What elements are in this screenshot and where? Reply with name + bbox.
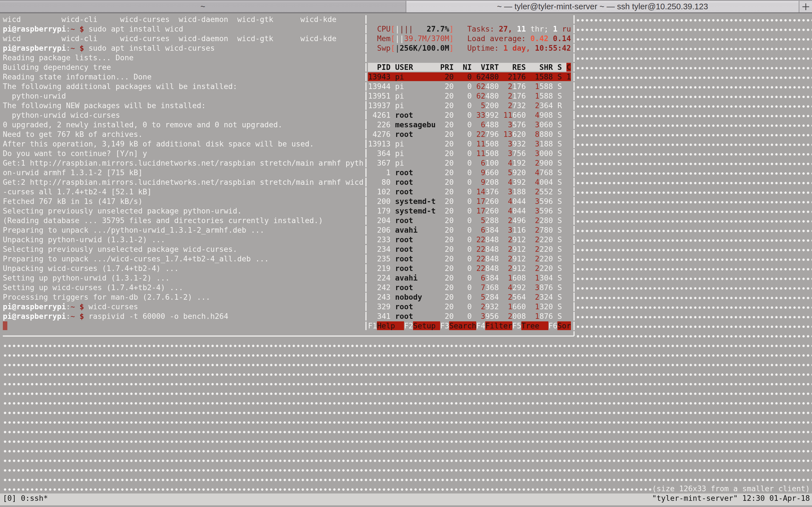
terminal-screen[interactable]: wicd wicd-cli wicd-curses wicd-daemon wi… <box>3 15 812 494</box>
terminal-row <box>3 455 812 465</box>
terminal-row: Selecting previously unselected package … <box>3 206 812 216</box>
terminal-row: Get:1 http://raspbian.mirrors.lucidnetwo… <box>3 158 812 168</box>
terminal-row <box>3 398 812 407</box>
terminal-row: Setting up wicd-curses (1.7.4+tb2-4) ...… <box>3 283 812 292</box>
terminal-row <box>3 379 812 388</box>
htop-sort-column-header[interactable]: C <box>566 63 571 71</box>
htop-fkey-f3[interactable]: F3 <box>440 321 449 330</box>
terminal-row <box>3 436 812 446</box>
tab-ssh-title: ~ — tyler@tyler-mint-server ~ — ssh tyle… <box>497 2 708 11</box>
terminal-row: Get:2 http://raspbian.mirrors.lucidnetwo… <box>3 177 812 187</box>
terminal-row <box>3 369 812 379</box>
terminal-row <box>3 427 812 436</box>
terminal-row: python-urwid wicd-curses 4261 root 20 0 … <box>3 110 812 120</box>
plus-icon <box>802 3 810 11</box>
htop-fkey-f2[interactable]: F2 <box>404 321 413 330</box>
terminal-row: pi@raspberrypi:~ $ sudo apt install wicd… <box>3 24 812 34</box>
htop-selected-row[interactable]: 13943 pi 20 0 62480 2176 1588 S 1 <box>368 72 571 81</box>
terminal-row: on-urwid armhf 1.3.1-2 [715 kB] 1 root 2… <box>3 168 812 177</box>
terminal-row: (size 126x33 from a smaller client) <box>3 484 812 494</box>
status-host-clock: "tyler-mint-server" 12:30 01-Apr-18 <box>652 494 810 503</box>
terminal-row: wicd wicd-cli wicd-curses wicd-daemon wi… <box>3 34 812 43</box>
terminal-row <box>3 465 812 474</box>
htop-fkey-f4[interactable]: F4 <box>476 321 485 330</box>
terminal-row: The following additional packages will b… <box>3 82 812 91</box>
htop-fkey-f6[interactable]: F6 <box>548 321 557 330</box>
terminal-cursor <box>3 322 7 330</box>
htop-fkey-label-f4[interactable]: Filter <box>485 321 512 330</box>
terminal-row: Need to get 767 kB of archives. 4276 roo… <box>3 129 812 139</box>
terminal-row: Building dependency tree PID USER PRI NI… <box>3 62 812 72</box>
htop-table-header[interactable]: PID USER PRI NI VIRT RES SHR S <box>368 63 566 71</box>
htop-fkey-f5[interactable]: F5 <box>512 321 521 330</box>
terminal-row: Unpacking python-urwid (1.3.1-2) ... 233… <box>3 235 812 244</box>
terminal-row <box>3 388 812 398</box>
terminal-row: wicd wicd-cli wicd-curses wicd-daemon wi… <box>3 15 812 24</box>
htop-fkey-label-f2[interactable]: Setup <box>413 321 440 330</box>
htop-fkey-label-f5[interactable]: Tree <box>521 321 548 330</box>
status-bar-spacer <box>48 494 652 503</box>
terminal-row <box>3 407 812 417</box>
terminal-row <box>3 340 812 350</box>
terminal-row: The following NEW packages will be insta… <box>3 101 812 110</box>
terminal-row: After this operation, 3,149 kB of additi… <box>3 139 812 149</box>
terminal-row: pi@raspberrypi:~ $ raspivid -t 60000 -o … <box>3 312 812 321</box>
tmux-status-bar: [0] 0:ssh* "tyler-mint-server" 12:30 01-… <box>0 494 812 505</box>
htop-fkey-label-f3[interactable]: Search <box>449 321 476 330</box>
terminal-row: python-urwid 13951 pi 20 0 62480 2176 15… <box>3 91 812 101</box>
terminal-row <box>3 474 812 484</box>
htop-fkey-f1[interactable]: F1 <box>368 321 377 330</box>
terminal-row: Preparing to unpack .../wicd-curses_1.7.… <box>3 254 812 264</box>
terminal-row: Selecting previously unselected package … <box>3 244 812 254</box>
htop-fkey-label-f6[interactable]: Sor <box>557 321 571 330</box>
tab-ssh-session[interactable]: ~ — tyler@tyler-mint-server ~ — ssh tyle… <box>406 1 799 12</box>
htop-fkey-label-f1[interactable]: Help <box>377 321 404 330</box>
terminal-row: Fetched 767 kB in 1s (417 kB/s) 200 syst… <box>3 196 812 206</box>
terminal-row: Preparing to unpack .../python-urwid_1.3… <box>3 225 812 235</box>
terminal-row <box>3 350 812 359</box>
terminal-row: -curses all 1.7.4+tb2-4 [52.1 kB] 102 ro… <box>3 187 812 196</box>
terminal-row: pi@raspberrypi:~ $ wicd-curses 329 root … <box>3 302 812 312</box>
terminal-row <box>3 331 812 340</box>
terminal-row: F1Help F2Setup F3SearchF4FilterF5Tree F6… <box>3 321 812 331</box>
terminal-row: Setting up python-urwid (1.3.1-2) ... 22… <box>3 273 812 283</box>
tab-bar-bottom-border <box>0 12 812 13</box>
terminal-row <box>3 359 812 369</box>
tab-home[interactable]: ~ <box>0 1 406 12</box>
status-session-window[interactable]: [0] 0:ssh* <box>3 494 48 503</box>
terminal-row: Unpacking wicd-curses (1.7.4+tb2-4) ... … <box>3 264 812 273</box>
terminal-row: Reading state information... Done 13943 … <box>3 72 812 82</box>
smaller-client-size-notice: (size 126x33 from a smaller client) <box>652 484 812 493</box>
new-tab-button[interactable] <box>799 1 812 12</box>
terminal-row: Processing triggers for man-db (2.7.6.1-… <box>3 292 812 302</box>
terminal-row <box>3 446 812 455</box>
terminal-row: pi@raspberrypi:~ $ sudo apt install wicd… <box>3 43 812 53</box>
terminal-row <box>3 417 812 427</box>
status-bar-text: [0] 0:ssh* "tyler-mint-server" 12:30 01-… <box>3 494 810 503</box>
terminal-row: (Reading database ... 35795 files and di… <box>3 216 812 225</box>
terminal-row: Do you want to continue? [Y/n] y 364 pi … <box>3 149 812 158</box>
terminal-row: Reading package lists... Done <box>3 53 812 62</box>
tab-home-title: ~ <box>200 2 205 11</box>
terminal-row: 0 upgraded, 2 newly installed, 0 to remo… <box>3 120 812 129</box>
tab-bar: ~ ~ — tyler@tyler-mint-server ~ — ssh ty… <box>0 0 812 13</box>
